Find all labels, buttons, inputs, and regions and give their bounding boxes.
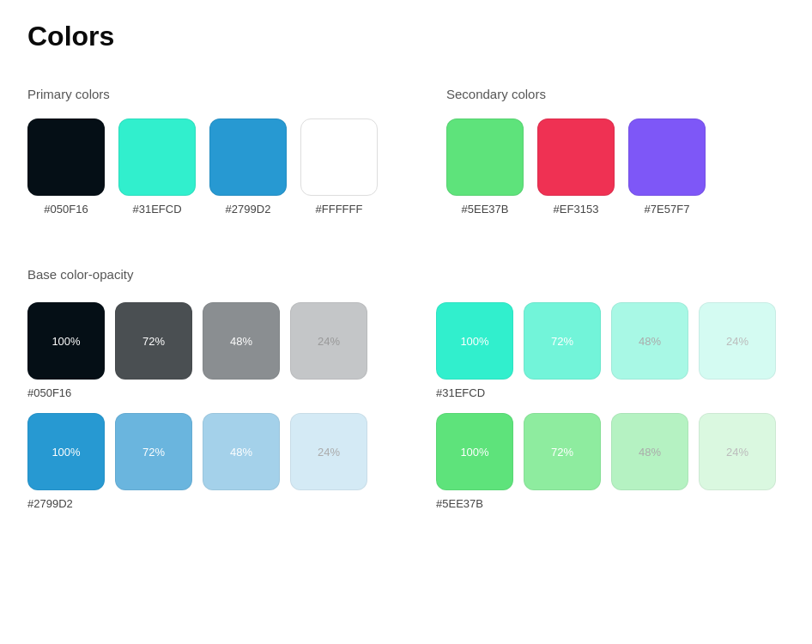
base-row-label-050f16: #050F16 (27, 386, 367, 399)
opacity-swatches-31efcd: 100% 72% 48% 24% (436, 302, 776, 380)
opacity-swatch-050f16-72: 72% (115, 302, 192, 380)
color-item-050f16: #050F16 (27, 118, 105, 216)
opacity-swatch-5ee37b-48: 48% (611, 413, 688, 490)
opacity-swatch-5ee37b-72: 72% (524, 413, 601, 490)
base-row-31efcd: 100% 72% 48% 24% #31EFCD (436, 302, 776, 399)
opacity-swatch-2799d2-24: 24% (290, 413, 367, 490)
base-row-label-2799d2: #2799D2 (27, 497, 367, 510)
opacity-swatch-050f16-48: 48% (203, 302, 280, 380)
swatch-5ee37b (446, 118, 524, 196)
opacity-swatches-050f16: 100% 72% 48% 24% (27, 302, 367, 380)
base-section-title: Base color-opacity (27, 267, 785, 282)
opacity-swatch-31efcd-48: 48% (611, 302, 688, 380)
color-item-7e57f7: #7E57F7 (628, 118, 706, 216)
swatch-label-31efcd: #31EFCD (132, 203, 181, 216)
color-item-ef3153: #EF3153 (537, 118, 615, 216)
swatch-050f16 (27, 118, 105, 196)
swatch-label-ffffff: #FFFFFF (316, 203, 363, 216)
swatch-label-7e57f7: #7E57F7 (645, 203, 690, 216)
opacity-swatch-2799d2-100: 100% (27, 413, 105, 490)
swatch-label-2799d2: #2799D2 (226, 203, 271, 216)
base-row-5ee37b: 100% 72% 48% 24% #5EE37B (436, 413, 776, 510)
swatch-ffffff (300, 118, 378, 196)
primary-section-title: Primary colors (27, 87, 378, 101)
base-group-left: 100% 72% 48% 24% #050F16 100% 72% 48% 24… (27, 302, 367, 510)
base-row-label-31efcd: #31EFCD (436, 386, 776, 399)
base-colors-section: Base color-opacity 100% 72% 48% 24% #050… (27, 267, 785, 510)
secondary-swatches: #5EE37B #EF3153 #7E57F7 (446, 118, 706, 216)
base-row-050f16: 100% 72% 48% 24% #050F16 (27, 302, 367, 399)
base-row-label-5ee37b: #5EE37B (436, 497, 776, 510)
base-group-right: 100% 72% 48% 24% #31EFCD 100% 72% 48% 24… (436, 302, 776, 510)
base-row-2799d2: 100% 72% 48% 24% #2799D2 (27, 413, 367, 510)
swatch-ef3153 (537, 118, 615, 196)
primary-secondary-row: Primary colors #050F16 #31EFCD #2799D2 #… (27, 87, 785, 216)
opacity-swatch-050f16-100: 100% (27, 302, 105, 380)
color-item-ffffff: #FFFFFF (300, 118, 378, 216)
opacity-swatch-5ee37b-100: 100% (436, 413, 513, 490)
opacity-swatch-31efcd-100: 100% (436, 302, 513, 380)
opacity-swatch-31efcd-24: 24% (699, 302, 776, 380)
opacity-swatches-5ee37b: 100% 72% 48% 24% (436, 413, 776, 490)
swatch-label-050f16: #050F16 (44, 203, 88, 216)
color-item-5ee37b: #5EE37B (446, 118, 524, 216)
secondary-colors-section: Secondary colors #5EE37B #EF3153 #7E57F7 (446, 87, 706, 216)
primary-swatches: #050F16 #31EFCD #2799D2 #FFFFFF (27, 118, 378, 216)
primary-colors-section: Primary colors #050F16 #31EFCD #2799D2 #… (27, 87, 378, 216)
base-rows-container: 100% 72% 48% 24% #050F16 100% 72% 48% 24… (27, 302, 785, 510)
opacity-swatch-2799d2-48: 48% (203, 413, 280, 490)
opacity-swatch-5ee37b-24: 24% (699, 413, 776, 490)
opacity-swatch-31efcd-72: 72% (524, 302, 601, 380)
opacity-swatch-050f16-24: 24% (290, 302, 367, 380)
secondary-section-title: Secondary colors (446, 87, 706, 101)
swatch-label-ef3153: #EF3153 (554, 203, 599, 216)
swatch-31efcd (118, 118, 196, 196)
color-item-31efcd: #31EFCD (118, 118, 196, 216)
swatch-7e57f7 (628, 118, 706, 196)
page-title: Colors (27, 21, 785, 52)
swatch-2799d2 (209, 118, 287, 196)
opacity-swatch-2799d2-72: 72% (115, 413, 192, 490)
color-item-2799d2: #2799D2 (209, 118, 287, 216)
opacity-swatches-2799d2: 100% 72% 48% 24% (27, 413, 367, 490)
swatch-label-5ee37b: #5EE37B (462, 203, 509, 216)
